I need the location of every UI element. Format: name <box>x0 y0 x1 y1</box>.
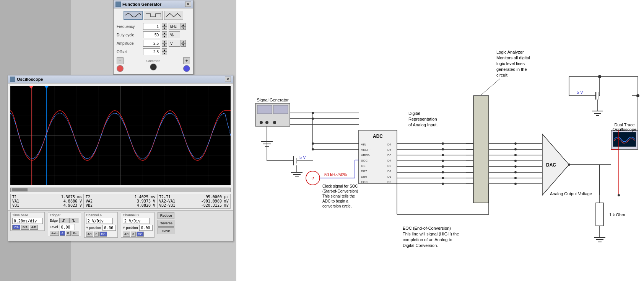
osc-a-ac-tab[interactable]: AC <box>86 232 93 237</box>
svg-point-102 <box>514 148 517 150</box>
osc-meas-va2: VA2 3.9375 V <box>86 199 155 203</box>
svg-point-108 <box>514 183 517 185</box>
svg-text:D2: D2 <box>387 170 392 173</box>
osc-auto-tab[interactable]: Auto <box>50 231 59 236</box>
osc-a-dc-tab[interactable]: DC <box>99 232 107 237</box>
fg-frequency-down[interactable]: ▼ <box>162 26 167 30</box>
svg-text:Digital Conversion.: Digital Conversion. <box>403 243 438 248</box>
svg-point-71 <box>442 154 444 156</box>
svg-point-12 <box>265 121 268 124</box>
osc-vb1-label: VB1 <box>12 203 19 207</box>
fg-dutycycle-label: Duty cycle <box>117 33 141 37</box>
osc-level-input[interactable] <box>60 224 75 230</box>
osc-meas-col-3: T2-T1 95.0000 µs VA2-VA1 -901.0969 mV VB… <box>157 194 231 209</box>
osc-window-icon <box>10 77 15 82</box>
fg-terminal-common[interactable] <box>150 64 157 70</box>
osc-meas-col-1: T1 1.3075 ms VA1 4.8886 V VB1 4.9023 V <box>10 194 84 209</box>
osc-scroll-thumb[interactable] <box>12 188 28 191</box>
fg-amplitude-unit-down[interactable]: ▼ <box>181 43 186 47</box>
fg-plus-button[interactable]: + <box>183 57 190 64</box>
osc-close-button[interactable]: ✕ <box>225 77 231 82</box>
fg-sine-button[interactable] <box>124 11 143 20</box>
osc-vb2-value: 4.0820 V <box>137 203 155 207</box>
svg-text:DB6: DB6 <box>361 175 367 178</box>
fg-terminals-row: − Common + <box>117 57 190 72</box>
fg-amplitude-input[interactable] <box>143 40 160 47</box>
osc-scrollbar[interactable] <box>10 188 231 192</box>
osc-ya-tab[interactable]: Y/A <box>12 225 20 230</box>
fg-triangle-button[interactable] <box>164 11 183 20</box>
signal-generator-label: Signal Generator <box>257 98 288 102</box>
fg-frequency-unit-down[interactable]: ▼ <box>181 26 186 30</box>
fg-terminal-minus[interactable] <box>117 65 124 72</box>
osc-meas-t2: T2 1.4025 ms <box>86 195 155 199</box>
resistor-label: 1 k Ohm <box>609 212 625 217</box>
fg-body: Frequency ▲ ▼ kHz ▲ ▼ Duty cycle ▲ ▼ % <box>114 8 193 74</box>
osc-vb2vb1-label: VB2-VB1 <box>159 203 175 207</box>
osc-meas-t2t1: T2-T1 95.0000 µs <box>159 195 229 199</box>
fg-amplitude-unit-spin[interactable]: ▲ ▼ <box>181 40 186 47</box>
osc-timebase-input[interactable] <box>12 218 43 224</box>
osc-channelb-vdiv[interactable] <box>123 218 150 224</box>
osc-b-tab[interactable]: B <box>66 231 71 236</box>
fg-amplitude-label: Amplitude <box>117 41 141 46</box>
fg-amplitude-unit: V <box>169 40 180 47</box>
fg-frequency-up[interactable]: ▲ <box>162 23 167 26</box>
fg-close-button[interactable]: ✕ <box>185 2 191 7</box>
osc-b-0-tab[interactable]: 0 <box>131 232 135 237</box>
osc-b-dc-tab[interactable]: DC <box>137 232 144 237</box>
fg-frequency-input[interactable] <box>143 23 160 30</box>
svg-point-75 <box>442 177 444 179</box>
osc-a-0-tab[interactable]: 0 <box>94 232 99 237</box>
osc-b-ac-tab[interactable]: AC <box>123 232 130 237</box>
svg-line-90 <box>481 78 500 95</box>
osc-reverse-button[interactable]: Reverse <box>158 220 174 227</box>
svg-rect-9 <box>257 105 272 114</box>
fg-frequency-unit-up[interactable]: ▲ <box>181 23 186 26</box>
osc-t2t1-label: T2-T1 <box>159 195 171 199</box>
osc-edge-rise[interactable] <box>59 218 68 223</box>
osc-channelb-ypos[interactable] <box>139 225 153 231</box>
osc-ba-tab[interactable]: B/A <box>21 225 29 230</box>
fg-square-button[interactable] <box>144 11 163 20</box>
fg-offset-up[interactable]: ▲ <box>162 48 167 52</box>
fg-dutycycle-input[interactable] <box>143 31 160 38</box>
osc-vb2-label: VB2 <box>86 203 93 207</box>
fg-dutycycle-down[interactable]: ▼ <box>162 35 167 38</box>
osc-channela-group: Channel A Y position AC 0 DC <box>84 212 118 238</box>
fg-amplitude-up[interactable]: ▲ <box>162 40 167 43</box>
osc-meas-col-2: T2 1.4025 ms VA2 3.9375 V VB2 4.0820 V <box>84 194 157 209</box>
fg-minus-button[interactable]: − <box>117 57 124 64</box>
svg-text:Representation: Representation <box>408 117 437 121</box>
fg-terminal-plus[interactable] <box>183 65 190 72</box>
osc-save-button[interactable]: Save <box>158 227 174 234</box>
svg-rect-132 <box>596 203 603 226</box>
svg-point-76 <box>442 183 444 185</box>
fg-dutycycle-up[interactable]: ▲ <box>162 31 167 35</box>
clock-freq-label: 50 kHz/50% <box>324 172 347 177</box>
osc-screen <box>10 86 231 185</box>
osc-channela-vdiv[interactable] <box>86 218 113 224</box>
fg-offset-input[interactable] <box>143 48 160 55</box>
fg-amplitude-unit-up[interactable]: ▲ <box>181 40 186 43</box>
fg-frequency-spin[interactable]: ▲ ▼ <box>162 23 167 30</box>
osc-ext-tab[interactable]: Ext <box>72 231 79 236</box>
fg-offset-spin[interactable]: ▲ ▼ <box>162 48 167 55</box>
fg-amplitude-down[interactable]: ▼ <box>162 43 167 47</box>
osc-va1-label: VA1 <box>12 199 19 203</box>
osc-channela-label: Channel A <box>86 213 116 217</box>
svg-text:EOC: EOC <box>361 180 368 184</box>
osc-edge-fall[interactable] <box>69 218 78 223</box>
fg-amplitude-spin[interactable]: ▲ ▼ <box>162 40 167 47</box>
osc-meas-vb2: VB2 4.0820 V <box>86 203 155 207</box>
osc-a-tab[interactable]: A <box>60 231 65 236</box>
osc-ab-tab[interactable]: A/B <box>30 225 38 230</box>
svg-point-11 <box>260 121 263 124</box>
fg-offset-down[interactable]: ▼ <box>162 52 167 55</box>
fg-frequency-unit-spin[interactable]: ▲ ▼ <box>181 23 186 30</box>
osc-reduce-button[interactable]: Reduce <box>158 212 174 219</box>
fg-dutycycle-spin[interactable]: ▲ ▼ <box>162 31 167 38</box>
osc-meas-vb2vb1: VB2-VB1 -820.3125 mV <box>159 203 229 207</box>
osc-channela-ypos[interactable] <box>102 225 116 231</box>
svg-point-73 <box>442 165 444 168</box>
